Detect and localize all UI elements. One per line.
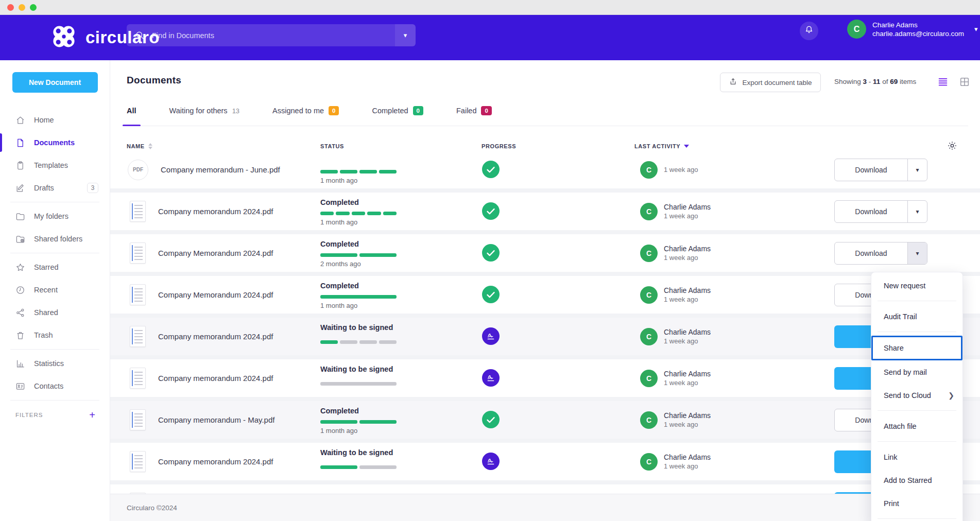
user-menu[interactable]: C Charlie Adams charlie.adams@circularo.… [847,20,978,39]
progress-segment [320,295,397,299]
user-name: Charlie Adams [872,21,964,29]
table-row[interactable]: Company memorandum 2024.pdf Waiting to b… [110,443,980,480]
progress-segment [352,212,365,215]
table-row[interactable]: Company Memorandum 2024.pdf Completed 1 … [110,276,980,314]
completed-check-icon [482,411,500,428]
progress-segment [359,170,377,173]
search-bar: ▾ [127,24,416,46]
tab-all[interactable]: All [123,106,141,126]
copyright: Circularo ©2024 [127,504,177,512]
sidebar-item-starred[interactable]: Starred [0,256,110,279]
search-scope-dropdown[interactable]: ▾ [395,24,416,46]
menu-item-audit-trail[interactable]: Audit Trail [871,305,962,328]
progress-bar [320,340,397,344]
table-header: NAME STATUS PROGRESS LAST ACTIVITY [110,139,980,157]
close-window-button[interactable] [7,4,14,11]
sidebar-item-documents[interactable]: Documents [0,131,110,154]
tab-failed[interactable]: Failed 0 [452,106,496,126]
download-options-caret[interactable]: ▾ [908,201,927,222]
download-button[interactable]: Download ▾ [834,159,927,181]
doc-thumb [130,326,146,347]
grid-view-button[interactable] [959,76,970,88]
activity-time: 1 week ago [664,420,711,429]
table-row[interactable] [110,484,980,494]
progress-segment [340,170,357,173]
menu-item-add-to-starred[interactable]: Add to Starred [871,468,962,492]
tab-completed[interactable]: Completed 0 [368,106,427,126]
table-row[interactable]: Company memorandum - May.pdf Completed 1… [110,401,980,439]
download-options-caret[interactable]: ▾ [908,159,927,181]
sidebar-item-trash[interactable]: Trash [0,324,110,346]
user-avatar: C [640,161,658,179]
status-label: Completed [320,407,359,415]
window-titlebar [0,0,980,15]
progress-bar [320,170,397,173]
progress-segment [359,340,377,344]
menu-item-print[interactable]: Print [871,492,962,515]
column-header-name[interactable]: NAME [127,143,152,149]
export-document-table-button[interactable]: Export document table [720,73,821,92]
circularo-logo-icon [50,23,77,52]
sidebar: New Document Home Documents Templates Dr… [0,60,110,521]
sidebar-item-drafts[interactable]: Drafts 3 [0,177,110,199]
search-icon [135,30,145,40]
download-button[interactable]: Download ▾ [834,242,927,265]
clipboard-icon [15,161,25,170]
minimize-window-button[interactable] [19,4,25,11]
progress-segment [379,170,397,173]
new-document-button[interactable]: New Document [12,72,98,93]
sidebar-item-contacts[interactable]: Contacts [0,375,110,397]
add-filter-button[interactable]: + [89,410,95,420]
table-settings-gear-icon[interactable] [947,140,958,151]
progress-segment [367,212,381,215]
tab-assigned-to-me[interactable]: Assigned to me 0 [268,106,343,126]
sidebar-item-my-folders[interactable]: My folders [0,205,110,228]
notifications-button[interactable] [800,22,818,40]
menu-divider [878,301,956,301]
table-row[interactable]: Company memorandum 2024.pdf Waiting to b… [110,318,980,355]
user-email: charlie.adams@circularo.com [872,29,964,38]
star-icon [15,263,25,272]
menu-item-attach-file[interactable]: Attach file [871,414,962,438]
menu-item-send-by-mail[interactable]: Send by mail [871,360,962,384]
completed-check-icon [482,161,500,178]
list-view-button[interactable] [937,76,949,88]
sidebar-item-home[interactable]: Home [0,109,110,131]
status-label: Completed [320,282,359,290]
table-row[interactable]: PDF Company memorandum - June.pdf 1 mont… [110,157,980,188]
sidebar-item-recent[interactable]: Recent [0,279,110,301]
column-header-progress[interactable]: PROGRESS [482,143,516,149]
progress-segment [359,253,397,257]
menu-item-share[interactable]: Share [871,336,962,360]
sidebar-item-statistics[interactable]: Statistics [0,352,110,375]
menu-item-new-request[interactable]: New request [871,274,962,297]
divider [10,349,99,350]
download-button[interactable]: Download ▾ [834,200,927,223]
activity-time: 1 week ago [664,378,711,387]
sidebar-item-shared[interactable]: Shared [0,301,110,324]
activity-time: 1 week ago [664,212,711,220]
table-row[interactable]: Company memorandum 2024.pdf Waiting to b… [110,359,980,397]
app-header: circularo ▾ C Charlie Adams cha [0,15,980,60]
download-options-caret[interactable]: ▾ [908,242,927,264]
table-row[interactable]: Company memorandum 2024.pdf Completed 1 … [110,193,980,230]
progress-segment [336,212,349,215]
shared-folder-icon [15,234,25,244]
row-actions-menu: New request Audit Trail Share Send by ma… [871,272,963,521]
menu-item-link[interactable]: Link [871,445,962,468]
doc-thumb [130,242,146,264]
menu-divider [878,518,956,519]
progress-segment [320,170,338,173]
sidebar-item-templates[interactable]: Templates [0,154,110,177]
column-header-last-activity[interactable]: LAST ACTIVITY [634,143,689,149]
maximize-window-button[interactable] [30,4,37,11]
activity-user-name: Charlie Adams [664,453,711,462]
table-row[interactable]: Company Memorandum 2024.pdf Completed 2 … [110,234,980,272]
column-header-status[interactable]: STATUS [320,143,344,149]
tab-count-badge: 0 [481,106,491,115]
search-input[interactable] [152,31,395,40]
menu-item-send-to-cloud[interactable]: Send to Cloud ❯ [871,384,962,407]
user-avatar: C [640,370,658,387]
tab-waiting-for-others[interactable]: Waiting for others 13 [165,106,244,126]
sidebar-item-shared-folders[interactable]: Shared folders [0,228,110,250]
